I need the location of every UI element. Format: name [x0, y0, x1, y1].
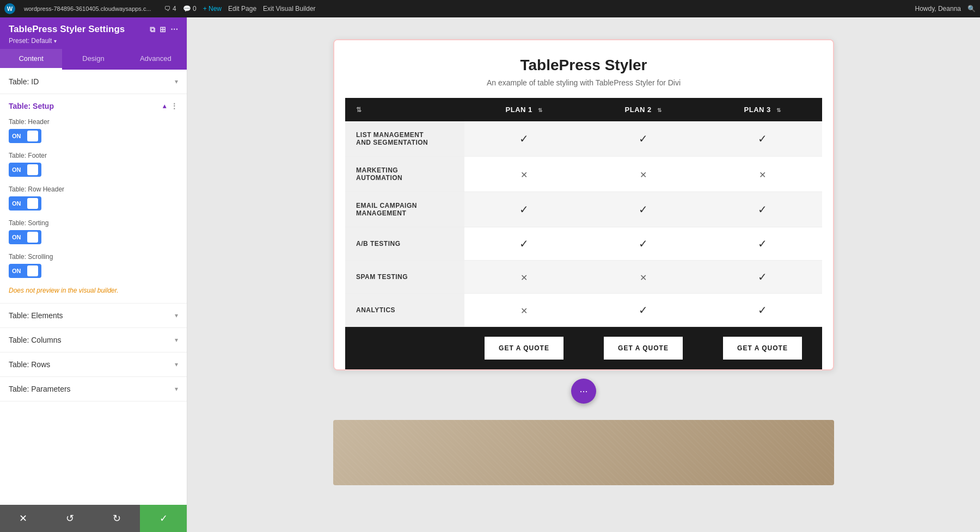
plan2-row6: ✓	[584, 294, 703, 327]
section-table-setup-chevron-icon: ▴	[163, 102, 166, 110]
section-table-id-chevron-icon: ▾	[175, 78, 178, 85]
table-row-header-toggle-thumb	[27, 198, 38, 209]
get-quote-plan3-button[interactable]: GET A QUOTE	[723, 337, 802, 360]
table-sorting-toggle[interactable]: ON	[9, 230, 178, 244]
section-table-parameters-chevron-icon: ▾	[175, 385, 178, 393]
more-icon[interactable]: ⋯	[170, 25, 178, 34]
table-row-header-toggle-track[interactable]: ON	[9, 196, 41, 211]
table-footer-toggle[interactable]: ON	[9, 163, 178, 177]
search-icon[interactable]: 🔍	[967, 5, 976, 13]
main-layout: TablePress Styler Settings ⧉ ⊞ ⋯ Preset:…	[0, 17, 980, 532]
section-table-rows-label: Table: Rows	[9, 360, 50, 369]
footer-plan2-btn: GET A QUOTE	[584, 327, 703, 370]
check-icon: ✓	[639, 133, 648, 145]
col-header-plan2: PLAN 2 ⇅	[584, 98, 703, 121]
plan3-sort-icon[interactable]: ⇅	[776, 107, 781, 113]
new-button[interactable]: + New	[203, 5, 222, 13]
table-tfoot: GET A QUOTE GET A QUOTE GET A QUOTE	[345, 327, 822, 370]
edit-page-link[interactable]: Edit Page	[228, 5, 256, 13]
check-icon: ✓	[758, 304, 767, 316]
table-header-toggle-track[interactable]: ON	[9, 129, 41, 143]
table-footer-label: Table: Footer	[9, 152, 178, 159]
exit-builder-link[interactable]: Exit Visual Builder	[263, 5, 316, 13]
x-icon: ✕	[640, 273, 647, 282]
table-row: A/B TESTING ✓ ✓ ✓	[345, 227, 822, 261]
preset-chevron-icon: ▾	[54, 38, 57, 44]
preset-selector[interactable]: Preset: Default ▾	[9, 37, 178, 45]
undo-button[interactable]: ↺	[47, 505, 94, 532]
table-thead: ⇅ PLAN 1 ⇅ PLAN 2 ⇅ PLAN 3	[345, 98, 822, 121]
section-table-setup: Table: Setup ▴ ⋮ Table: Header ON	[0, 94, 187, 304]
table-row-header-toggle[interactable]: ON	[9, 196, 178, 211]
get-quote-plan2-button[interactable]: GET A QUOTE	[604, 337, 683, 360]
table-scrolling-toggle[interactable]: ON	[9, 264, 178, 278]
copy-icon[interactable]: ⧉	[150, 25, 155, 34]
section-table-setup-menu-icon[interactable]: ⋮	[170, 102, 178, 110]
section-table-columns-chevron-icon: ▾	[175, 336, 178, 344]
section-table-id-label: Table: ID	[9, 77, 39, 86]
section-table-elements-chevron-icon: ▾	[175, 312, 178, 319]
table-tbody: LIST MANAGEMENTAND SEGMENTATION ✓ ✓ ✓ MA…	[345, 121, 822, 327]
sidebar-content: Table: ID ▾ Table: Setup ▴ ⋮ Table: Head…	[0, 70, 187, 505]
redo-button[interactable]: ↻	[94, 505, 140, 532]
col-sort-icon[interactable]: ⇅	[356, 106, 362, 114]
howdy-label: Howdy, Deanna	[915, 5, 961, 13]
plan1-sort-icon[interactable]: ⇅	[538, 107, 543, 113]
plan1-row2: ✕	[464, 157, 584, 192]
tab-design[interactable]: Design	[62, 49, 124, 70]
table-sorting-toggle-thumb	[27, 232, 38, 243]
get-quote-plan1-button[interactable]: GET A QUOTE	[485, 337, 564, 360]
section-table-rows: Table: Rows ▾	[0, 352, 187, 377]
site-url: wordpress-784896-3610405.cloudwaysapps.c…	[24, 5, 151, 12]
table-sorting-toggle-track[interactable]: ON	[9, 230, 41, 244]
col-header-feature: ⇅	[345, 98, 464, 121]
table-scrolling-toggle-label: ON	[12, 268, 21, 274]
section-table-elements-header[interactable]: Table: Elements ▾	[0, 304, 187, 327]
fab-button[interactable]: ···	[571, 379, 596, 404]
table-sorting-label: Table: Sorting	[9, 219, 178, 227]
plan1-row3: ✓	[464, 192, 584, 227]
plan2-row4: ✓	[584, 227, 703, 261]
comments-count[interactable]: 🗨 4	[164, 5, 176, 13]
admin-bar-right: Howdy, Deanna 🔍	[915, 5, 976, 13]
table-scrolling-toggle-thumb	[27, 265, 38, 276]
fab-dots-icon: ···	[579, 386, 587, 397]
notifications-count[interactable]: 💬 0	[183, 5, 197, 13]
plan2-row5: ✕	[584, 261, 703, 294]
table-header-toggle-label: ON	[12, 133, 21, 139]
section-table-parameters-header[interactable]: Table: Parameters ▾	[0, 377, 187, 401]
tab-advanced[interactable]: Advanced	[125, 49, 187, 70]
table-preview-subtitle: An example of table styling with TablePr…	[345, 78, 822, 87]
section-table-parameters-label: Table: Parameters	[9, 385, 71, 393]
section-table-setup-header[interactable]: Table: Setup ▴ ⋮	[0, 94, 187, 118]
section-table-columns-header[interactable]: Table: Columns ▾	[0, 328, 187, 352]
section-table-rows-header[interactable]: Table: Rows ▾	[0, 352, 187, 376]
table-header-toggle[interactable]: ON	[9, 129, 178, 143]
sidebar-tabs: Content Design Advanced	[0, 49, 187, 70]
table-footer-toggle-track[interactable]: ON	[9, 163, 41, 177]
section-table-elements-label: Table: Elements	[9, 311, 63, 320]
table-row-header-label: Table: Row Header	[9, 185, 178, 193]
wp-logo-icon[interactable]: W	[4, 3, 15, 14]
x-icon: ✕	[520, 170, 528, 180]
check-icon: ✓	[758, 133, 767, 145]
table-preview-card: TablePress Styler An example of table st…	[333, 39, 834, 370]
table-header-row: ⇅ PLAN 1 ⇅ PLAN 2 ⇅ PLAN 3	[345, 98, 822, 121]
section-table-id: Table: ID ▾	[0, 70, 187, 94]
table-scrolling-toggle-track[interactable]: ON	[9, 264, 41, 278]
plan2-sort-icon[interactable]: ⇅	[657, 107, 662, 113]
cancel-button[interactable]: ✕	[0, 505, 47, 532]
section-table-id-header[interactable]: Table: ID ▾	[0, 70, 187, 94]
save-button[interactable]: ✓	[140, 505, 187, 532]
feature-2: MARKETINGAUTOMATION	[345, 157, 464, 192]
table-scrolling-label: Table: Scrolling	[9, 253, 178, 261]
check-icon: ✓	[639, 203, 648, 215]
tab-content[interactable]: Content	[0, 49, 62, 70]
comparison-table: ⇅ PLAN 1 ⇅ PLAN 2 ⇅ PLAN 3	[345, 98, 822, 369]
page-image-section	[333, 420, 834, 485]
layout-icon[interactable]: ⊞	[160, 25, 166, 34]
plan3-row3: ✓	[703, 192, 822, 227]
section-table-columns-label: Table: Columns	[9, 336, 62, 344]
plan2-row1: ✓	[584, 121, 703, 157]
feature-4: A/B TESTING	[345, 227, 464, 261]
